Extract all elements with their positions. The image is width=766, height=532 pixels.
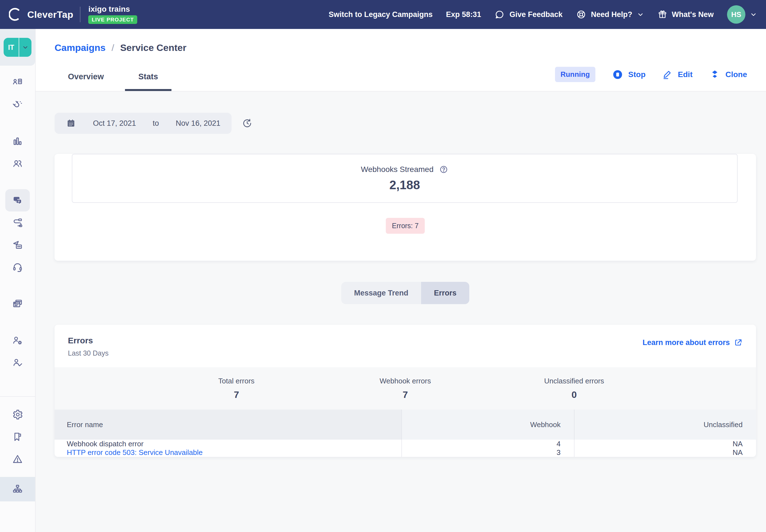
project-info[interactable]: ixigo trains LIVE PROJECT (88, 5, 137, 24)
warning-icon (12, 453, 23, 465)
sidebar-group (0, 71, 35, 116)
sidebar-item-journey[interactable] (0, 211, 35, 234)
sidebar-group (0, 470, 35, 501)
errors-count-badge: Errors: 7 (386, 218, 425, 234)
errors-card-subtitle: Last 30 Days (68, 349, 109, 357)
refresh-button[interactable] (241, 118, 253, 129)
help-circle-icon[interactable] (439, 165, 449, 174)
webhooks-streamed-card: Webhooks Streamed 2,188 Errors: 7 (55, 154, 756, 261)
status-badge: Running (555, 67, 595, 82)
sidebar-item-bar-chart[interactable] (0, 130, 35, 152)
column-header-unclassified: Unclassified (574, 410, 756, 440)
stat-webhook-errors: Webhook errors 7 (321, 367, 490, 410)
clevertap-logo-icon (9, 7, 23, 22)
stop-button[interactable]: Stop (612, 69, 646, 80)
stop-icon (612, 69, 623, 80)
edit-button[interactable]: Edit (662, 69, 693, 80)
project-switcher-label: IT (4, 38, 19, 57)
project-switcher-button[interactable]: IT (4, 38, 31, 57)
main-area: Campaigns / Service Center Overview Stat… (36, 29, 766, 532)
gear-icon (12, 409, 23, 420)
webhooks-metric-value: 2,188 (390, 178, 420, 192)
calendar-icon (66, 118, 76, 129)
toggle-errors[interactable]: Errors (421, 282, 469, 304)
date-range-picker[interactable]: Oct 17, 2021 to Nov 16, 2021 (55, 113, 231, 134)
sidebar-item-headset[interactable] (0, 256, 35, 278)
sidebar-top-panel: IT (0, 29, 35, 66)
top-navbar: CleverTap ixigo trains LIVE PROJECT Swit… (0, 0, 766, 29)
refresh-clock-icon (241, 118, 253, 129)
project-name: ixigo trains (88, 5, 137, 13)
chevron-down-icon (750, 11, 757, 18)
give-feedback-button[interactable]: Give Feedback (494, 9, 563, 20)
left-sidebar: IT (0, 29, 36, 532)
navbar-right: Switch to Legacy Campaigns Exp 58:31 Giv… (329, 5, 757, 24)
page-title: Service Center (120, 42, 186, 53)
bookmark-icon (12, 431, 23, 443)
headset-icon (12, 261, 23, 273)
learn-more-link[interactable]: Learn more about errors (642, 338, 743, 347)
errors-card-title: Errors (68, 336, 109, 345)
send-message-icon (12, 239, 23, 251)
sidebar-item-send-message[interactable] (0, 234, 35, 256)
sidebar-group (0, 293, 35, 315)
account-menu[interactable]: HS (727, 5, 757, 24)
error-name-cell: Webhook dispatch error (55, 440, 402, 448)
chevron-down-icon (637, 11, 644, 18)
sidebar-item-sitemap[interactable] (0, 477, 35, 501)
breadcrumb-separator: / (112, 42, 114, 53)
live-project-badge: LIVE PROJECT (88, 15, 137, 24)
sidebar-group (0, 189, 35, 278)
user-gear-icon (12, 335, 23, 346)
stats-content: Oct 17, 2021 to Nov 16, 2021 Webhooks St… (36, 92, 766, 532)
clevertap-logo[interactable]: CleverTap (9, 7, 73, 22)
campaign-actions: Running Stop Edit Clone (555, 67, 756, 91)
sidebar-item-magnet[interactable] (0, 93, 35, 116)
errors-card: Errors Last 30 Days Learn more about err… (55, 325, 756, 457)
webhooks-metric-label: Webhooks Streamed (361, 165, 434, 174)
chat-icon (12, 194, 23, 206)
external-link-icon (734, 338, 743, 347)
sidebar-item-user-check[interactable] (0, 352, 35, 374)
sidebar-item-bookmark[interactable] (0, 426, 35, 448)
exp-timer: Exp 58:31 (446, 10, 481, 19)
webhook-count-cell: 4 (402, 440, 574, 448)
switch-legacy-link[interactable]: Switch to Legacy Campaigns (329, 10, 433, 19)
users-icon (12, 158, 23, 169)
sidebar-group (0, 130, 35, 175)
whats-new-button[interactable]: What's New (657, 9, 714, 19)
magnet-icon (12, 99, 23, 110)
user-check-icon (12, 357, 23, 369)
errors-table: Error name Webhook Unclassified Webhook … (55, 410, 756, 457)
sidebar-item-users[interactable] (0, 152, 35, 175)
date-range-start[interactable]: Oct 17, 2021 (93, 119, 136, 128)
sidebar-item-gear[interactable] (0, 403, 35, 426)
toggle-message-trend[interactable]: Message Trend (341, 282, 421, 304)
feedback-bubble-icon (494, 9, 505, 20)
tab-overview[interactable]: Overview (55, 67, 117, 91)
breadcrumb: Campaigns / Service Center (55, 42, 756, 53)
date-range-end[interactable]: Nov 16, 2021 (176, 119, 220, 128)
boards-icon (12, 77, 23, 88)
clone-button[interactable]: Clone (709, 69, 747, 80)
avatar[interactable]: HS (727, 5, 745, 24)
sidebar-item-boards[interactable] (0, 71, 35, 93)
sidebar-item-pages[interactable] (0, 293, 35, 315)
sidebar-item-user-gear[interactable] (0, 329, 35, 352)
sidebar-item-warning[interactable] (0, 448, 35, 470)
pages-icon (12, 298, 23, 310)
webhook-count-cell: 3 (402, 448, 574, 457)
breadcrumb-campaigns[interactable]: Campaigns (55, 42, 105, 53)
sidebar-item-chat[interactable] (0, 189, 35, 211)
sitemap-icon (12, 483, 23, 495)
column-header-webhook: Webhook (402, 410, 574, 440)
sidebar-groups (0, 66, 35, 516)
chart-view-toggle: Message Trend Errors (341, 282, 469, 304)
tab-stats[interactable]: Stats (125, 67, 171, 91)
edit-pencil-icon (662, 69, 673, 80)
error-name-cell[interactable]: HTTP error code 503: Service Unavailable (55, 448, 402, 457)
bar-chart-icon (12, 136, 23, 147)
journey-icon (12, 217, 23, 228)
unclassified-cell: NA (574, 448, 756, 457)
need-help-menu[interactable]: Need Help? (576, 9, 644, 20)
